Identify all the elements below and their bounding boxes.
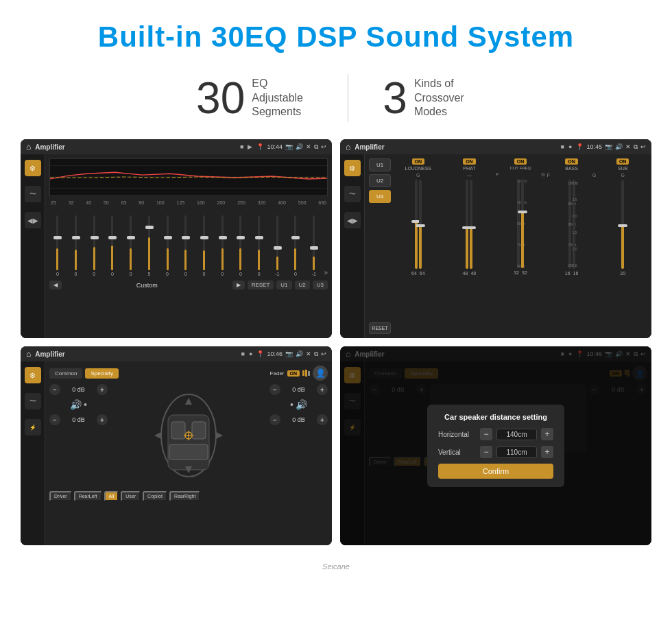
- sidebar-1: ⚙ 〜 ◀▶: [21, 154, 45, 338]
- dialog-label-vertical: Vertical: [438, 449, 476, 456]
- slider-12[interactable]: 0: [251, 215, 267, 276]
- time-2: 10:45: [586, 143, 602, 150]
- speaker-dot-l: •: [84, 399, 87, 410]
- slider-14[interactable]: 0: [287, 215, 304, 276]
- vol-icon-2[interactable]: ◀▶: [344, 212, 361, 228]
- page-header: Built-in 30EQ DSP Sound System: [0, 0, 672, 67]
- u1-button[interactable]: U1: [276, 281, 291, 289]
- stat-eq-label: EQ AdjustableSegments: [252, 77, 313, 119]
- vol-icon[interactable]: ◀▶: [25, 212, 41, 228]
- slider-2[interactable]: 0: [68, 215, 84, 276]
- screen-dsp: ⌂ Amplifier ■ ● 📍 10:45 📷 🔊 ✕ ⧉ ↩ ⚙ 〜 ◀▶: [340, 139, 651, 338]
- home-icon[interactable]: ⌂: [26, 142, 31, 152]
- slider-5[interactable]: 0: [123, 215, 139, 276]
- right-controls: − 0 dB + • 🔊 − 0 dB +: [269, 384, 328, 487]
- slider-9[interactable]: 0: [196, 215, 213, 276]
- tab-common-3[interactable]: Common: [49, 368, 82, 379]
- home-icon-2[interactable]: ⌂: [346, 142, 350, 152]
- screens-grid: ⌂ Amplifier ■ ▶ 📍 10:44 📷 🔊 ✕ ⧉ ↩ ⚙ 〜 ◀▶: [0, 139, 672, 559]
- btn-copilot[interactable]: Copilot: [143, 491, 167, 501]
- reset-btn-2[interactable]: RESET: [369, 322, 391, 334]
- eq-icon[interactable]: ⚙: [25, 160, 41, 176]
- eq-content: 2532405063 80100125160200 25032040050063…: [45, 154, 332, 338]
- db-plus-rr[interactable]: +: [317, 414, 328, 425]
- window-icon-2[interactable]: ⧉: [634, 143, 638, 151]
- db-minus-fl[interactable]: −: [49, 384, 60, 395]
- slider-8[interactable]: 0: [178, 215, 194, 276]
- u3-button[interactable]: U3: [313, 281, 328, 289]
- reset-button-1[interactable]: RESET: [248, 281, 274, 289]
- svg-rect-8: [169, 444, 208, 460]
- svg-marker-12: [185, 398, 192, 405]
- slider-11[interactable]: 0: [232, 215, 249, 276]
- back-icon[interactable]: ↩: [321, 143, 326, 150]
- channel-loudness: ON LOUDNESS G: [394, 158, 443, 334]
- db-row-rl: − 0 dB +: [49, 414, 108, 425]
- u1-preset[interactable]: U1: [369, 158, 391, 171]
- record-icon-2: ■: [561, 143, 564, 150]
- slider-1[interactable]: 0: [49, 215, 66, 276]
- location-icon-2: 📍: [576, 143, 584, 150]
- u3-preset[interactable]: U3: [369, 190, 391, 203]
- db-minus-fr[interactable]: −: [269, 384, 280, 395]
- tab-specialty-3[interactable]: Specialty: [85, 368, 118, 379]
- home-icon-3[interactable]: ⌂: [26, 349, 31, 359]
- btn-all[interactable]: All: [104, 491, 119, 501]
- btn-rearleft[interactable]: RearLeft: [74, 491, 102, 501]
- window-icon[interactable]: ⧉: [314, 143, 318, 151]
- camera-icon-2: 📷: [605, 143, 612, 150]
- wave-icon[interactable]: 〜: [25, 186, 41, 202]
- eq-icon-2[interactable]: ⚙: [344, 160, 361, 176]
- u2-button[interactable]: U2: [295, 281, 310, 289]
- slider-15[interactable]: -1: [306, 215, 322, 276]
- slider-4[interactable]: 0: [104, 215, 121, 276]
- prev-button[interactable]: ◀: [49, 281, 62, 289]
- on-badge-sub: ON: [616, 158, 629, 165]
- screen1-body: ⚙ 〜 ◀▶: [21, 154, 332, 338]
- vertical-minus[interactable]: −: [480, 446, 492, 458]
- slider-3[interactable]: 0: [86, 215, 102, 276]
- stat-crossover-label: Kinds ofCrossover Modes: [414, 77, 476, 119]
- screen2-body: ⚙ 〜 ◀▶ U1 U2 U3 RESET ON LOUDNESS G: [340, 154, 651, 338]
- u2-preset[interactable]: U2: [369, 174, 391, 187]
- db-plus-rl[interactable]: +: [97, 414, 108, 425]
- back-icon-2[interactable]: ↩: [640, 143, 646, 150]
- back-icon-3[interactable]: ↩: [321, 350, 326, 357]
- stat-eq-number: 30: [196, 76, 245, 120]
- db-minus-rl[interactable]: −: [49, 414, 60, 425]
- vertical-plus[interactable]: +: [541, 446, 553, 458]
- sidebar-2: ⚙ 〜 ◀▶: [340, 154, 365, 338]
- close-icon-2[interactable]: ✕: [625, 143, 631, 150]
- on-badge-loudness: ON: [412, 158, 425, 165]
- db-minus-rr[interactable]: −: [269, 414, 280, 425]
- stats-row: 30 EQ AdjustableSegments 3 Kinds ofCross…: [0, 67, 672, 139]
- eq-icon-3[interactable]: ⚙: [25, 367, 41, 383]
- slider-13[interactable]: -1: [269, 215, 285, 276]
- confirm-button[interactable]: Confirm: [438, 464, 553, 479]
- wave-icon-2[interactable]: 〜: [344, 186, 361, 202]
- dot-icon-3: ●: [249, 350, 252, 357]
- close-icon[interactable]: ✕: [306, 143, 311, 150]
- close-icon-3[interactable]: ✕: [306, 350, 311, 357]
- window-icon-3[interactable]: ⧉: [314, 350, 318, 358]
- channel-name-cutfreq: CUT FREQ: [510, 166, 531, 170]
- db-plus-fr[interactable]: +: [317, 384, 328, 395]
- next-button[interactable]: ▶: [232, 281, 245, 289]
- wave-icon-3[interactable]: 〜: [25, 393, 41, 409]
- slider-7[interactable]: 0: [159, 215, 176, 276]
- slider-10[interactable]: 0: [214, 215, 230, 276]
- status-icons-3: 📍 10:46 📷 🔊 ✕ ⧉ ↩: [256, 350, 326, 358]
- db-plus-fl[interactable]: +: [97, 384, 108, 395]
- btn-driver[interactable]: Driver: [49, 491, 72, 501]
- bt-icon[interactable]: ⚡: [25, 419, 41, 436]
- stat-crossover-number: 3: [383, 76, 407, 120]
- btn-rearright[interactable]: RearRight: [169, 491, 201, 501]
- slider-6[interactable]: 5: [141, 215, 158, 276]
- scroll-arrows[interactable]: »: [324, 269, 328, 276]
- play-icon[interactable]: ▶: [248, 143, 252, 150]
- horizontal-plus[interactable]: +: [541, 428, 553, 440]
- channel-name-sub: SUB: [618, 166, 627, 171]
- eq-freq-labels: 2532405063 80100125160200 25032040050063…: [49, 200, 328, 205]
- btn-user[interactable]: User: [121, 491, 141, 501]
- horizontal-minus[interactable]: −: [480, 428, 492, 440]
